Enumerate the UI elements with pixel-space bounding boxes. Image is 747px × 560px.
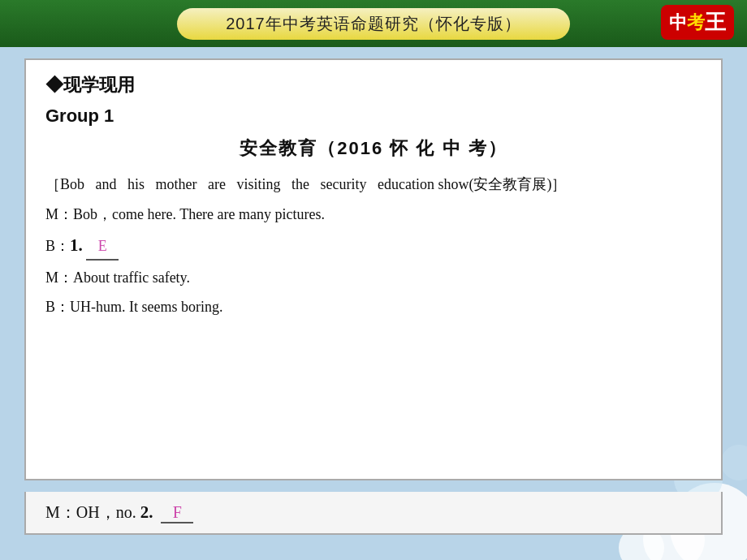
speaker-b2: B：UH-hum. It seems boring.	[45, 299, 222, 315]
sub-title: 安全教育（2016 怀 化 中 考）	[45, 136, 702, 161]
answer-2: F	[173, 503, 182, 521]
badge-kao: 考	[687, 11, 705, 35]
badge-zhong: 中	[669, 11, 687, 35]
bottom-speaker: M：OH，no. 2. F	[45, 503, 193, 521]
dialogue-block: ［Bob and his mother are visiting the sec…	[45, 172, 702, 320]
section-title: ◆现学现用	[45, 73, 702, 97]
bottom-row: M：OH，no. 2. F	[24, 492, 723, 535]
dialogue-line-2: B：1. E	[45, 231, 702, 261]
answer-1: E	[98, 238, 107, 254]
speaker-b1: B：1. E	[45, 238, 119, 254]
header: 2017年中考英语命题研究（怀化专版） 中 考 王	[0, 0, 747, 47]
main-content: ◆现学现用 Group 1 安全教育（2016 怀 化 中 考） ［Bob an…	[24, 58, 723, 480]
header-badge: 中 考 王	[661, 5, 734, 40]
dialogue-line-4: B：UH-hum. It seems boring.	[45, 295, 702, 320]
group-label: Group 1	[45, 106, 702, 127]
dialogue-line-3: M：About traffic safety.	[45, 265, 702, 291]
header-title: 2017年中考英语命题研究（怀化专版）	[177, 8, 570, 40]
speaker-m2: M：About traffic safety.	[45, 269, 190, 286]
speaker-m1: M：Bob，come here. There are many pictures…	[45, 206, 325, 222]
dialogue-line-1: M：Bob，come here. There are many pictures…	[45, 202, 702, 227]
svg-point-4	[721, 445, 747, 480]
bracket-line: ［Bob and his mother are visiting the sec…	[45, 172, 702, 197]
badge-wang: 王	[705, 8, 726, 37]
